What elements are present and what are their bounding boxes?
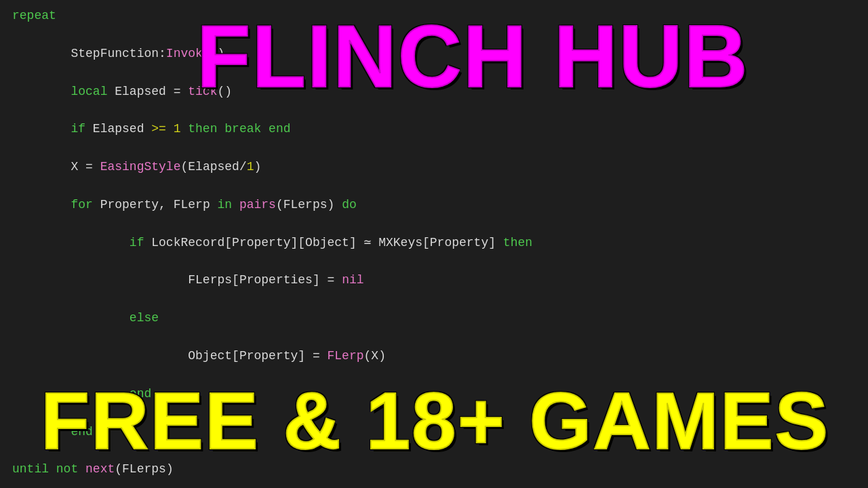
subtitle-overlay: FREE & 18+ GAMES	[41, 381, 848, 461]
title-overlay: FLINCH HUB	[197, 12, 749, 100]
